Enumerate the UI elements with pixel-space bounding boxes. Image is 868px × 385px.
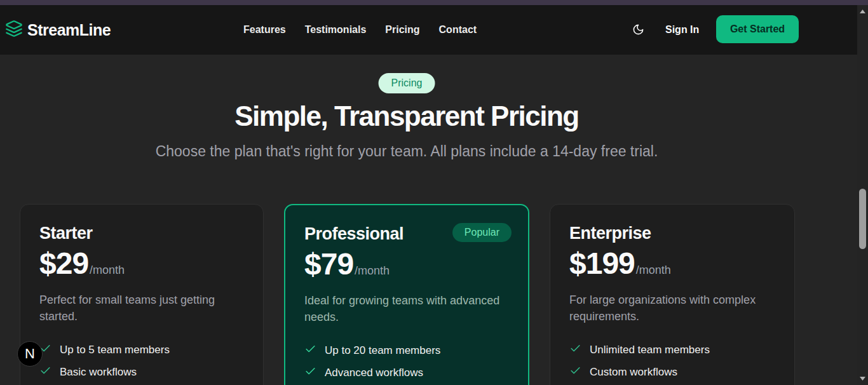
plan-price: $79 [304, 248, 353, 280]
feature-label: Advanced workflows [325, 367, 423, 379]
popular-badge: Popular [452, 223, 512, 242]
page-subtitle: Choose the plan that's right for your te… [57, 143, 756, 160]
check-icon [304, 365, 316, 381]
feature-label: Up to 5 team members [60, 344, 170, 356]
pricing-cards: Starter $29 /month Perfect for small tea… [20, 204, 795, 385]
plan-price-row: $79 /month [304, 248, 509, 287]
plan-features: Up to 20 team members Advanced workflows… [304, 344, 509, 385]
plan-name: Enterprise [569, 224, 775, 243]
check-icon [39, 365, 51, 380]
page-title: Simple, Transparent Pricing [57, 100, 756, 132]
nextjs-icon: N [25, 346, 35, 362]
nav-links: Features Testimonials Pricing Contact [243, 5, 477, 55]
feature-item: Unlimited team members [569, 343, 775, 356]
plan-period: /month [90, 254, 125, 286]
plan-features: Up to 5 team members Basic workflows 5GB… [39, 343, 244, 385]
feature-label: Unlimited team members [590, 344, 710, 356]
pricing-page: StreamLine Features Testimonials Pricing… [0, 0, 868, 385]
feature-label: Up to 20 team members [325, 344, 440, 357]
scrollbar[interactable] [857, 5, 868, 385]
plan-name: Starter [39, 224, 244, 243]
sign-in-link[interactable]: Sign In [665, 5, 699, 55]
plan-price-row: $199 /month [569, 248, 775, 286]
navbar: StreamLine Features Testimonials Pricing… [0, 5, 857, 55]
plan-description: Perfect for small teams just getting sta… [39, 292, 244, 325]
moon-icon [632, 24, 644, 37]
scrollbar-thumb[interactable] [859, 189, 866, 249]
feature-label: Basic workflows [60, 366, 137, 379]
feature-item: Basic workflows [39, 365, 244, 379]
nextjs-dev-badge[interactable]: N [17, 341, 43, 367]
pricing-card-professional[interactable]: Popular Professional $79 /month Ideal fo… [284, 204, 529, 385]
plan-description: Ideal for growing teams with advanced ne… [304, 293, 509, 325]
plan-price-row: $29 /month [39, 248, 244, 286]
plan-period: /month [355, 255, 390, 287]
pricing-card-enterprise[interactable]: Enterprise $199 /month For large organiz… [550, 204, 795, 385]
layers-icon [5, 20, 23, 40]
pricing-card-starter[interactable]: Starter $29 /month Perfect for small tea… [20, 204, 264, 385]
check-icon [569, 342, 581, 358]
brand-logo[interactable]: StreamLine [5, 5, 111, 55]
check-icon [569, 365, 581, 380]
scrollbar-up-icon[interactable] [857, 6, 868, 17]
get-started-button[interactable]: Get Started [716, 15, 799, 43]
check-icon [304, 343, 316, 358]
nav-link-pricing[interactable]: Pricing [385, 24, 419, 36]
plan-price: $199 [569, 248, 635, 280]
feature-item: Advanced workflows [304, 366, 509, 379]
feature-item: Custom workflows [569, 365, 775, 379]
feature-label: Custom workflows [590, 366, 677, 379]
nav-link-testimonials[interactable]: Testimonials [305, 24, 367, 36]
section-badge: Pricing [379, 73, 435, 93]
feature-item: Up to 20 team members [304, 344, 509, 357]
feature-item: Up to 5 team members [39, 343, 244, 356]
browser-top-strip [0, 0, 868, 5]
nav-link-contact[interactable]: Contact [439, 24, 477, 36]
plan-price: $29 [39, 248, 88, 280]
brand-name: StreamLine [27, 21, 111, 39]
theme-toggle-button[interactable] [628, 20, 648, 41]
plan-period: /month [636, 254, 671, 286]
plan-features: Unlimited team members Custom workflows … [569, 343, 775, 385]
scrollbar-down-icon[interactable] [857, 374, 868, 384]
nav-link-features[interactable]: Features [243, 24, 286, 36]
plan-description: For large organizations with complex req… [569, 292, 775, 325]
